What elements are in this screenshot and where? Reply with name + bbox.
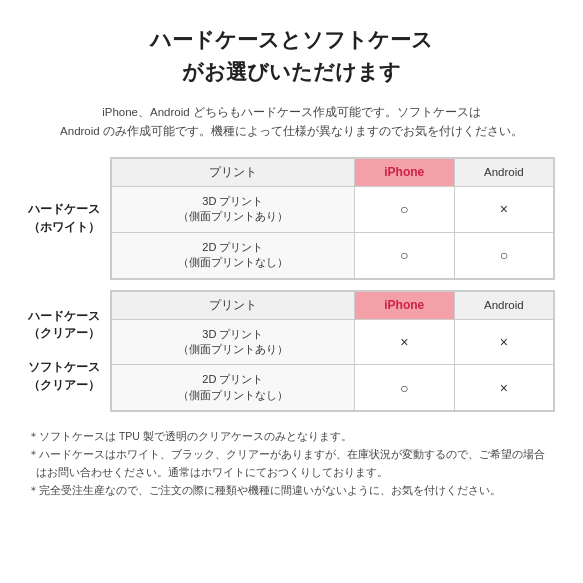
table2-row1-android: × xyxy=(454,319,553,365)
table2-col-android: Android xyxy=(454,291,553,319)
table1-row1-iphone: ○ xyxy=(354,186,454,232)
table-row: 2D プリント（側面プリントなし） ○ ○ xyxy=(112,232,554,278)
table1-row-label: ハードケース（ホワイト） xyxy=(28,157,110,280)
table-block-1: ハードケース（ホワイト） プリント iPhone Android 3D プリント… xyxy=(28,157,555,280)
table2-row1-label: 3D プリント（側面プリントあり） xyxy=(112,319,355,365)
table1-row2-label: 2D プリント（側面プリントなし） xyxy=(112,232,355,278)
title-line2: がお選びいただけます xyxy=(182,60,401,83)
table2-row2-iphone: ○ xyxy=(354,365,454,411)
page-title: ハードケースとソフトケース がお選びいただけます xyxy=(28,24,555,91)
table2-row1-iphone: × xyxy=(354,319,454,365)
note-1: ＊ソフトケースは TPU 製で透明のクリアケースのみとなります。 xyxy=(28,428,555,446)
table1-col-iphone: iPhone xyxy=(354,158,454,186)
subtitle-text: iPhone、Android どちらもハードケース作成可能です。ソフトケースはA… xyxy=(28,103,555,141)
title-line1: ハードケースとソフトケース xyxy=(150,28,433,51)
table-block-2: ハードケース（クリアー）ソフトケース（クリアー） プリント iPhone And… xyxy=(28,290,555,413)
table2-row2-android: × xyxy=(454,365,553,411)
note-3: ＊完全受注生産なので、ご注文の際に種類や機種に間違いがないように、お気を付けくだ… xyxy=(28,482,555,500)
table2: プリント iPhone Android 3D プリント（側面プリントあり） × … xyxy=(111,291,554,412)
table1-row1-android: × xyxy=(454,186,553,232)
table1-row1-label: 3D プリント（側面プリントあり） xyxy=(112,186,355,232)
table-row: 3D プリント（側面プリントあり） ○ × xyxy=(112,186,554,232)
table1-row2-iphone: ○ xyxy=(354,232,454,278)
table-row: 3D プリント（側面プリントあり） × × xyxy=(112,319,554,365)
table-row: 2D プリント（側面プリントなし） ○ × xyxy=(112,365,554,411)
table1-row2-android: ○ xyxy=(454,232,553,278)
table2-row-label: ハードケース（クリアー）ソフトケース（クリアー） xyxy=(28,290,110,413)
notes-area: ＊ソフトケースは TPU 製で透明のクリアケースのみとなります。 ＊ハードケース… xyxy=(28,428,555,499)
tables-area: ハードケース（ホワイト） プリント iPhone Android 3D プリント… xyxy=(28,157,555,412)
table2-row2-label: 2D プリント（側面プリントなし） xyxy=(112,365,355,411)
table1-col-android: Android xyxy=(454,158,553,186)
page-container: ハードケースとソフトケース がお選びいただけます iPhone、Android … xyxy=(0,0,583,583)
table1-col-print: プリント xyxy=(112,158,355,186)
table2-col-print: プリント xyxy=(112,291,355,319)
note-2: ＊ハードケースはホワイト、ブラック、クリアーがありますが、在庫状況が変動するので… xyxy=(28,446,555,482)
table1-wrapper: プリント iPhone Android 3D プリント（側面プリントあり） ○ … xyxy=(110,157,555,280)
table2-col-iphone: iPhone xyxy=(354,291,454,319)
table2-wrapper: プリント iPhone Android 3D プリント（側面プリントあり） × … xyxy=(110,290,555,413)
table1: プリント iPhone Android 3D プリント（側面プリントあり） ○ … xyxy=(111,158,554,279)
